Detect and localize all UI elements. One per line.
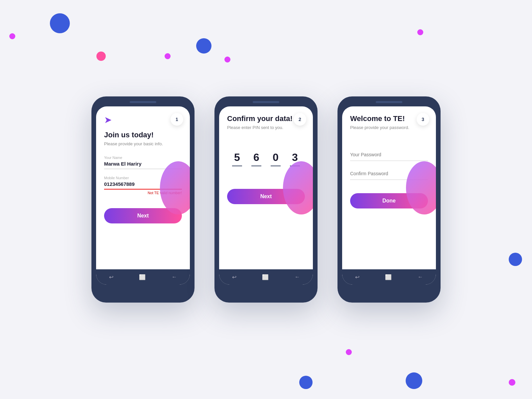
- nav-bar-1: ↩ ⬜ ←: [96, 269, 190, 285]
- nav-home-icon-3[interactable]: ⬜: [385, 274, 392, 280]
- nav-bar-3: ↩ ⬜ ←: [342, 269, 436, 285]
- phone-3: 3 Welcome to TE! Please provide your pas…: [337, 96, 441, 303]
- nav-back-icon-3[interactable]: ↩: [355, 274, 359, 280]
- phones-container: 1 ➤ Join us today! Please provide your b…: [0, 0, 532, 399]
- phone-1: 1 ➤ Join us today! Please provide your b…: [91, 96, 195, 303]
- logo-icon-1: ➤: [104, 114, 182, 125]
- phone-screen-2: 2 Confirm your data! Please enter PIN se…: [219, 106, 313, 285]
- phone-notch-3: [376, 101, 402, 103]
- step-badge-3: 3: [417, 113, 429, 126]
- step-badge-1: 1: [171, 113, 183, 126]
- name-label: Your Name: [104, 156, 182, 160]
- screen-title-3: Welcome to TE!: [350, 114, 428, 123]
- nav-home-icon-1[interactable]: ⬜: [139, 274, 146, 280]
- nav-arrow-icon-1[interactable]: ←: [172, 274, 177, 280]
- pin-digit-2: 6: [251, 151, 261, 166]
- screen-content-1: 1 ➤ Join us today! Please provide your b…: [96, 106, 190, 269]
- nav-arrow-icon-2[interactable]: ←: [295, 274, 300, 280]
- nav-back-icon-2[interactable]: ↩: [232, 274, 236, 280]
- phone-notch-2: [253, 101, 279, 103]
- phone-2: 2 Confirm your data! Please enter PIN se…: [214, 96, 318, 303]
- screen-title-2: Confirm your data!: [227, 114, 305, 123]
- phone-screen-1: 1 ➤ Join us today! Please provide your b…: [96, 106, 190, 285]
- nav-bar-2: ↩ ⬜ ←: [219, 269, 313, 285]
- screen-subtitle-3: Please provide your password.: [350, 125, 428, 130]
- screen-subtitle-2: Please enter PIN sent to you.: [227, 125, 305, 130]
- phone-notch-1: [130, 101, 156, 103]
- screen-content-3: 3 Welcome to TE! Please provide your pas…: [342, 106, 436, 269]
- password-input[interactable]: [350, 149, 428, 161]
- step-badge-2: 2: [294, 113, 306, 126]
- screen-subtitle-1: Please provide your basic info.: [104, 141, 182, 146]
- nav-arrow-icon-3[interactable]: ←: [418, 274, 423, 280]
- nav-home-icon-2[interactable]: ⬜: [262, 274, 269, 280]
- pin-digit-3: 0: [271, 151, 281, 166]
- screen-content-2: 2 Confirm your data! Please enter PIN se…: [219, 106, 313, 269]
- phone-screen-3: 3 Welcome to TE! Please provide your pas…: [342, 106, 436, 285]
- screen-title-1: Join us today!: [104, 131, 182, 139]
- nav-back-icon-1[interactable]: ↩: [109, 274, 113, 280]
- pin-digit-1: 5: [232, 151, 242, 166]
